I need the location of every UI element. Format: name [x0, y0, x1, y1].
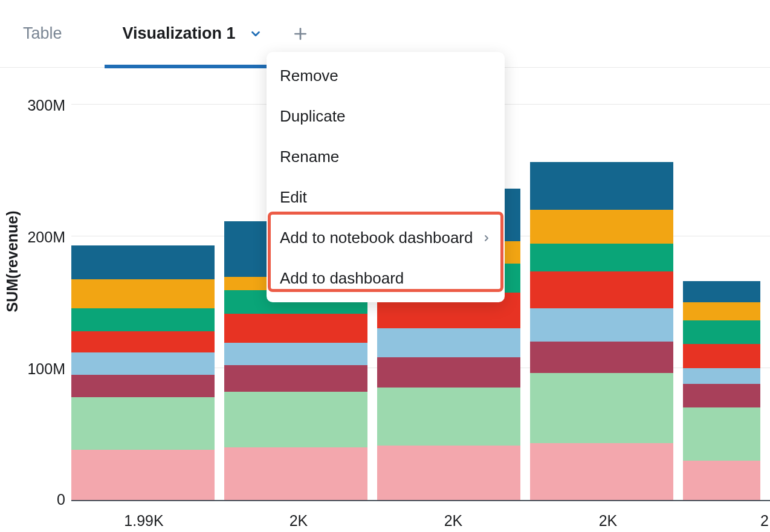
- bar-segment[interactable]: [530, 308, 673, 342]
- bar-segment[interactable]: [530, 210, 673, 244]
- bar-segment[interactable]: [683, 461, 760, 501]
- bar-segment[interactable]: [224, 343, 367, 365]
- menu-item-remove[interactable]: Remove: [267, 56, 505, 96]
- bar[interactable]: [683, 281, 760, 500]
- bar-segment[interactable]: [683, 368, 760, 384]
- y-tick: 0: [0, 491, 65, 508]
- y-tick: 100M: [0, 360, 65, 378]
- menu-item-rename[interactable]: Rename: [267, 137, 505, 177]
- bar-segment[interactable]: [71, 375, 215, 397]
- tab-context-menu: Remove Duplicate Rename Edit Add to note…: [267, 52, 505, 302]
- x-axis-line: [71, 500, 770, 501]
- bar-segment[interactable]: [71, 397, 215, 450]
- plus-icon[interactable]: [293, 26, 308, 42]
- bar-segment[interactable]: [683, 407, 760, 460]
- bar[interactable]: [530, 162, 673, 500]
- bar[interactable]: [71, 245, 215, 500]
- bar-segment[interactable]: [683, 384, 760, 407]
- x-tick: 2K: [535, 512, 681, 530]
- bar-segment[interactable]: [71, 279, 215, 308]
- x-tick: 2: [690, 512, 769, 530]
- chevron-right-icon: [482, 229, 491, 247]
- bar-segment[interactable]: [224, 314, 367, 343]
- bar-segment[interactable]: [530, 271, 673, 308]
- bar-segment[interactable]: [377, 357, 520, 388]
- bar-segment[interactable]: [683, 320, 760, 344]
- bar-segment[interactable]: [377, 328, 520, 357]
- x-tick: 2K: [226, 512, 371, 530]
- bar-segment[interactable]: [224, 365, 367, 392]
- bar-segment[interactable]: [530, 162, 673, 210]
- menu-item-duplicate[interactable]: Duplicate: [267, 96, 505, 137]
- bar-segment[interactable]: [377, 446, 520, 500]
- bar-segment[interactable]: [224, 447, 367, 500]
- chevron-down-icon[interactable]: [249, 27, 262, 41]
- bar-segment[interactable]: [224, 392, 367, 447]
- menu-item-add-to-notebook-dashboard[interactable]: Add to notebook dashboard: [267, 218, 505, 258]
- bar-segment[interactable]: [71, 331, 215, 352]
- bar-segment[interactable]: [377, 388, 520, 446]
- bar-segment[interactable]: [530, 443, 673, 500]
- bar-segment[interactable]: [683, 302, 760, 321]
- bar-segment[interactable]: [530, 373, 673, 443]
- x-tick: 1.99K: [71, 512, 216, 530]
- bar-segment[interactable]: [71, 352, 215, 375]
- x-tick: 2K: [381, 512, 526, 530]
- y-tick: 200M: [0, 229, 65, 246]
- bar-segment[interactable]: [71, 308, 215, 331]
- y-axis-label: SUM(revenue): [4, 210, 21, 312]
- bar-segment[interactable]: [71, 245, 215, 280]
- bar-segment[interactable]: [530, 244, 673, 271]
- bar-segment[interactable]: [530, 342, 673, 373]
- y-tick: 300M: [0, 97, 65, 114]
- menu-item-edit[interactable]: Edit: [267, 177, 505, 218]
- bar-segment[interactable]: [683, 344, 760, 368]
- tab-table[interactable]: Table: [23, 0, 62, 68]
- bar-segment[interactable]: [683, 281, 760, 302]
- menu-item-add-to-dashboard[interactable]: Add to dashboard: [267, 258, 505, 299]
- tab-visualization-label: Visualization 1: [123, 24, 236, 43]
- bar-segment[interactable]: [71, 450, 215, 500]
